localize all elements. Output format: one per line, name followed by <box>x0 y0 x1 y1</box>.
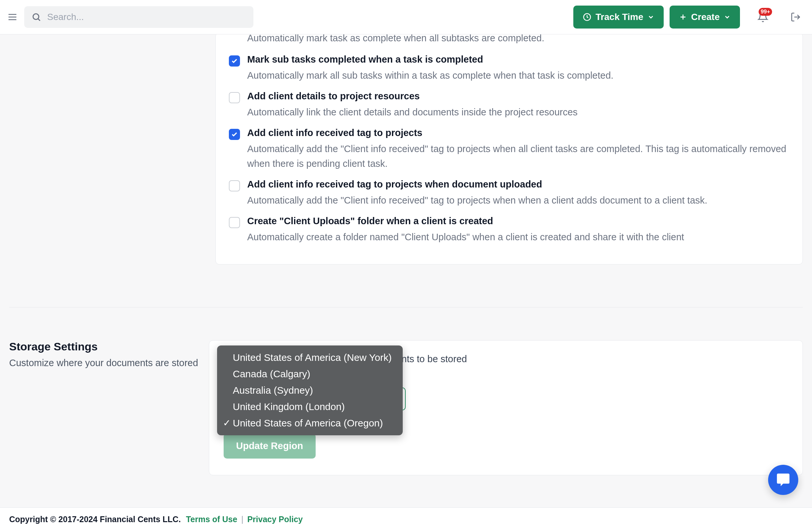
chat-icon <box>775 472 791 487</box>
storage-title: Storage Settings <box>9 340 209 353</box>
setting-title: Create "Client Uploads" folder when a cl… <box>247 216 684 226</box>
setting-row: Create "Client Uploads" folder when a cl… <box>229 208 789 244</box>
storage-subtitle: Customize where your documents are store… <box>9 358 209 368</box>
setting-checkbox[interactable] <box>229 92 240 103</box>
clock-icon <box>582 12 592 22</box>
section-divider <box>9 307 803 307</box>
region-option[interactable]: Canada (Calgary) <box>217 366 403 382</box>
logout-icon <box>791 12 801 22</box>
storage-card: Choose where you would like any document… <box>209 340 803 475</box>
setting-desc: Automatically add the "Client info recei… <box>247 193 707 208</box>
track-time-button[interactable]: Track Time <box>573 5 664 29</box>
setting-desc: Automatically link the client details an… <box>247 105 578 120</box>
svg-line-4 <box>38 19 40 20</box>
logout-button[interactable] <box>786 7 806 27</box>
main-content: Automatically mark task as complete when… <box>0 34 812 507</box>
footer-copyright: Copyright © 2017-2024 Financial Cents LL… <box>9 515 181 524</box>
app-header: Track Time Create 99+ <box>0 0 812 34</box>
create-button[interactable]: Create <box>670 5 740 29</box>
setting-title: Add client details to project resources <box>247 91 578 102</box>
check-icon <box>231 131 238 138</box>
region-option[interactable]: Australia (Sydney) <box>217 382 403 399</box>
region-dropdown[interactable]: United States of America (New York)Canad… <box>217 346 403 435</box>
menu-button[interactable] <box>6 11 18 23</box>
setting-row: Mark sub tasks completed when a task is … <box>229 46 789 83</box>
update-region-button[interactable]: Update Region <box>223 433 316 459</box>
create-label: Create <box>691 12 720 22</box>
footer-terms-link[interactable]: Terms of Use <box>186 515 237 524</box>
truncated-prev-desc: Automatically mark task as complete when… <box>247 34 789 44</box>
footer: Copyright © 2017-2024 Financial Cents LL… <box>0 507 812 531</box>
svg-point-3 <box>33 14 39 20</box>
setting-desc: Automatically add the "Client info recei… <box>247 142 789 171</box>
setting-desc: Automatically create a folder named "Cli… <box>247 230 684 244</box>
setting-row: Add client details to project resourcesA… <box>229 83 789 120</box>
setting-title: Add client info received tag to projects <box>247 127 789 138</box>
track-time-label: Track Time <box>596 12 643 22</box>
chevron-down-icon <box>647 13 654 20</box>
setting-desc: Automatically mark all sub tasks within … <box>247 68 613 83</box>
region-option[interactable]: United Kingdom (London) <box>217 399 403 415</box>
footer-privacy-link[interactable]: Privacy Policy <box>247 515 303 524</box>
search-box[interactable] <box>24 6 253 28</box>
chevron-down-icon <box>724 13 731 20</box>
storage-section: Storage Settings Customize where your do… <box>9 340 803 475</box>
setting-checkbox[interactable] <box>229 180 240 192</box>
setting-row: Add client info received tag to projects… <box>229 120 789 171</box>
hamburger-icon <box>7 12 18 22</box>
setting-title: Add client info received tag to projects… <box>247 179 707 190</box>
notification-badge: 99+ <box>759 8 772 16</box>
setting-checkbox[interactable] <box>229 55 240 67</box>
region-option[interactable]: United States of America (New York) <box>217 349 403 366</box>
chat-widget-button[interactable] <box>768 465 798 495</box>
setting-row: Add client info received tag to projects… <box>229 171 789 208</box>
search-icon <box>31 12 41 22</box>
setting-checkbox[interactable] <box>229 129 240 140</box>
footer-sep: | <box>241 515 244 524</box>
search-input[interactable] <box>47 12 246 22</box>
setting-title: Mark sub tasks completed when a task is … <box>247 54 613 65</box>
setting-checkbox[interactable] <box>229 217 240 228</box>
automation-settings-card: Automatically mark task as complete when… <box>215 34 803 265</box>
check-icon <box>231 58 238 64</box>
notifications-button[interactable]: 99+ <box>753 7 773 27</box>
region-option[interactable]: United States of America (Oregon) <box>217 415 403 431</box>
plus-icon <box>679 13 687 21</box>
